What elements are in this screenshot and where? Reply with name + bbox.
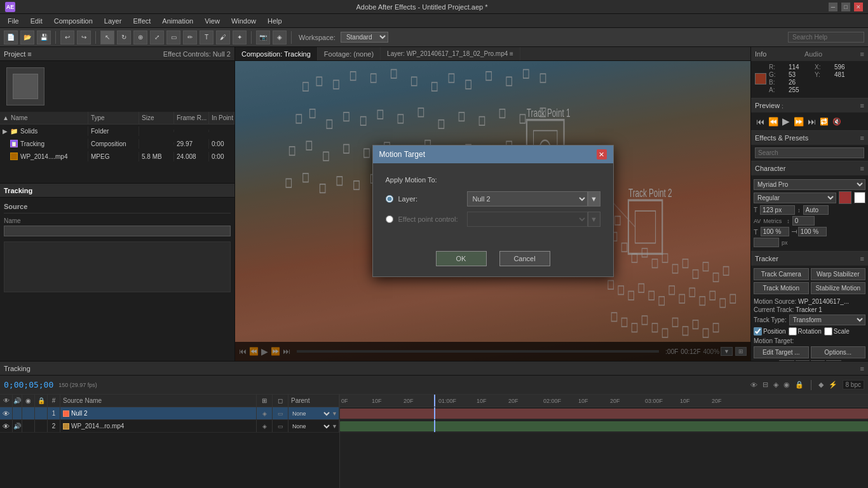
redo-btn[interactable]: ↪ xyxy=(77,30,91,44)
track-row-1[interactable] xyxy=(340,407,868,420)
layer2-solo-btn[interactable] xyxy=(22,420,35,432)
layer1-parent-select[interactable]: None xyxy=(290,410,332,417)
layer2-parent-select[interactable]: None xyxy=(290,423,332,430)
preview-prev-btn[interactable]: ⏪ xyxy=(767,116,780,127)
character-menu-btn[interactable]: ≡ xyxy=(860,165,864,172)
preview-play-btn[interactable]: ▶ xyxy=(781,115,791,128)
menu-view[interactable]: View xyxy=(200,16,225,26)
new-project-btn[interactable]: 📄 xyxy=(4,30,18,44)
tool-arrow[interactable]: ↖ xyxy=(100,30,114,44)
preview-mute-btn[interactable]: 🔇 xyxy=(831,117,843,126)
rotation-checkbox[interactable] xyxy=(789,327,797,336)
layer2-switches[interactable]: ◈ xyxy=(257,420,273,432)
tracker-menu-btn[interactable]: ≡ xyxy=(860,255,864,262)
track-motion-btn[interactable]: Track Motion xyxy=(754,282,809,294)
tracking-input[interactable] xyxy=(792,216,815,226)
info-menu-btn[interactable]: ≡ xyxy=(860,50,864,58)
open-btn[interactable]: 📂 xyxy=(20,30,34,44)
layer1-lock-btn[interactable] xyxy=(35,407,48,419)
menu-layer[interactable]: Layer xyxy=(99,16,127,26)
h-scale-input[interactable] xyxy=(761,227,789,236)
tool-rotation[interactable]: ↻ xyxy=(117,30,131,44)
tl-collapse-btn[interactable]: ⊟ xyxy=(763,381,768,389)
line-height-input[interactable] xyxy=(803,205,829,215)
dialog-close-btn[interactable]: ✕ xyxy=(597,149,607,159)
preview-menu-btn[interactable]: ≡ xyxy=(860,102,864,109)
minimize-button[interactable]: ─ xyxy=(829,3,837,11)
list-item[interactable]: ▶ 📁 Solids Folder xyxy=(0,125,234,137)
effect-point-select[interactable] xyxy=(467,212,588,227)
layer1-solo-btn[interactable] xyxy=(22,407,35,419)
tab-footage[interactable]: Footage: (none) xyxy=(318,47,381,60)
layer-dropdown-arrow[interactable]: ▼ xyxy=(588,191,600,207)
tool-3d[interactable]: ◈ xyxy=(273,30,287,44)
list-item[interactable]: 📋 Tracking Composition 29.97 0:00 xyxy=(0,137,234,150)
layer1-mode[interactable]: ▭ xyxy=(273,407,288,419)
tool-clone[interactable]: ✦ xyxy=(233,30,247,44)
maximize-button[interactable]: □ xyxy=(841,3,850,11)
tl-marker-btn[interactable]: ◆ xyxy=(818,381,824,389)
tl-quality-btn[interactable]: ◈ xyxy=(773,381,778,389)
layer1-switches[interactable]: ◈ xyxy=(257,407,273,419)
analyze-back-all-btn[interactable]: ⏮ xyxy=(779,360,794,361)
font-color-white[interactable] xyxy=(854,192,865,203)
layer2-visibility-btn[interactable]: 👁 xyxy=(0,420,13,432)
tool-anchor[interactable]: ⊕ xyxy=(133,30,147,44)
tab-composition[interactable]: Composition: Tracking xyxy=(235,47,318,60)
v-scale-input[interactable] xyxy=(798,227,827,236)
composition-view[interactable]: Track Point 1 Track Point 2 xyxy=(235,61,750,361)
track-row-2[interactable] xyxy=(340,420,868,433)
preview-next-btn[interactable]: ⏩ xyxy=(792,116,805,127)
tl-express-btn[interactable]: ⚡ xyxy=(829,381,837,389)
list-item[interactable]: WP_2014....mp4 MPEG 5.8 MB 24.008 0:00 xyxy=(0,150,234,163)
edit-target-btn[interactable]: Edit Target ... xyxy=(754,346,809,358)
tool-mask[interactable]: ▭ xyxy=(166,30,180,44)
track-type-select[interactable]: Transform xyxy=(789,315,865,325)
stabilize-motion-btn[interactable]: Stabilize Motion xyxy=(811,282,866,294)
menu-composition[interactable]: Composition xyxy=(49,16,98,26)
time-display[interactable]: 0;00;05;00 xyxy=(4,380,53,390)
table-row[interactable]: 👁 🔊 2 WP_2014...ro.mp4 ◈ ▭ None xyxy=(0,420,339,433)
track-camera-btn[interactable]: Track Camera xyxy=(754,268,809,280)
position-checkbox[interactable] xyxy=(754,327,762,336)
tool-pen[interactable]: ✏ xyxy=(183,30,197,44)
analyze-forward-btn[interactable]: ▶ xyxy=(811,360,825,361)
font-style-select[interactable]: Regular xyxy=(754,193,836,203)
font-family-select[interactable]: Myriad Pro xyxy=(754,179,865,190)
dialog-ok-btn[interactable]: OK xyxy=(436,251,487,266)
layer2-parent[interactable]: None ▼ xyxy=(288,420,339,432)
preview-last-btn[interactable]: ⏭ xyxy=(806,116,817,127)
analyze-forward-all-btn[interactable]: ⏭ xyxy=(826,360,841,361)
menu-animation[interactable]: Animation xyxy=(157,16,198,26)
timeline-track-area[interactable]: 0F 10F 20F 01:00F 10F 20F 02:00F 10F 20F… xyxy=(340,395,868,488)
layer-radio-btn[interactable] xyxy=(386,195,393,203)
menu-effect[interactable]: Effect xyxy=(128,16,156,26)
workspace-select[interactable]: Standard All Panels Animation xyxy=(341,32,388,43)
menu-file[interactable]: File xyxy=(3,16,24,26)
layer1-parent[interactable]: None ▼ xyxy=(288,407,339,419)
tl-lock-btn[interactable]: 🔒 xyxy=(795,381,804,389)
layer2-lock-btn[interactable] xyxy=(35,420,48,432)
time-ruler[interactable]: 0F 10F 20F 01:00F 10F 20F 02:00F 10F 20F… xyxy=(340,395,868,407)
tl-hide-shy-btn[interactable]: 👁 xyxy=(750,381,757,389)
tl-solo-btn[interactable]: ◉ xyxy=(783,381,790,389)
warp-stabilizer-btn[interactable]: Warp Stabilizer xyxy=(811,268,866,280)
menu-window[interactable]: Window xyxy=(226,16,261,26)
layer1-visibility-btn[interactable]: 👁 xyxy=(0,407,13,419)
save-btn[interactable]: 💾 xyxy=(37,30,51,44)
preview-first-btn[interactable]: ⏮ xyxy=(755,116,766,127)
search-help-input[interactable] xyxy=(788,32,864,43)
tool-camera[interactable]: 📷 xyxy=(256,30,270,44)
menu-help[interactable]: Help xyxy=(262,16,287,26)
timeline-menu-btn[interactable]: ≡ xyxy=(860,365,864,372)
layer-select[interactable]: Null 2 xyxy=(467,191,588,207)
analyze-back-btn[interactable]: ◀ xyxy=(796,360,810,361)
table-row[interactable]: 👁 1 Null 2 ◈ ▭ None xyxy=(0,407,339,420)
font-color-box[interactable] xyxy=(839,191,851,204)
scale-checkbox[interactable] xyxy=(824,327,832,336)
close-button[interactable]: ✕ xyxy=(854,3,863,11)
options-btn[interactable]: Options... xyxy=(811,346,866,358)
layer2-mode[interactable]: ▭ xyxy=(273,420,288,432)
effect-controls-label[interactable]: Effect Controls: Null 2 xyxy=(163,50,231,58)
source-search-input[interactable] xyxy=(4,226,231,236)
